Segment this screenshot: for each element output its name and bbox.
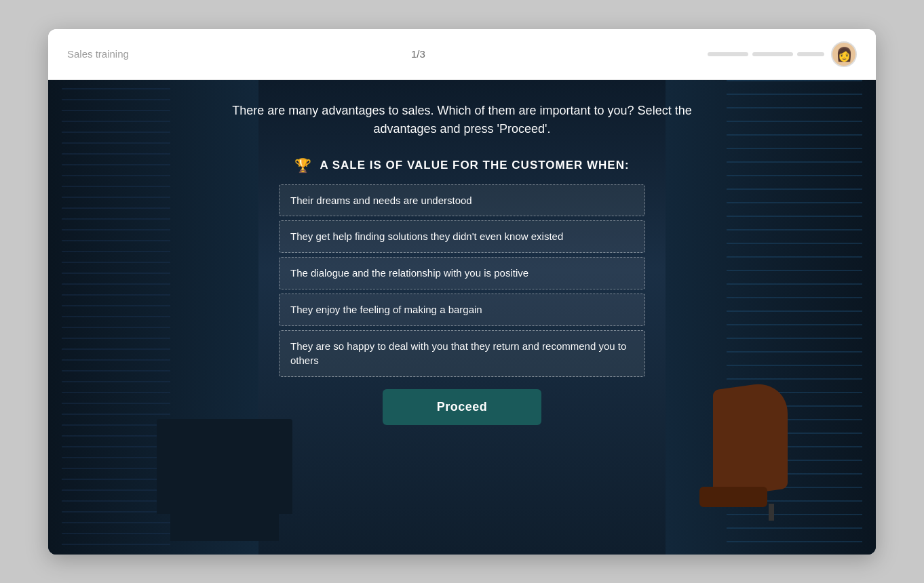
progress-seg-3 xyxy=(797,52,824,56)
trophy-icon: 🏆 xyxy=(294,157,311,174)
option-1[interactable]: Their dreams and needs are understood xyxy=(279,184,645,217)
proceed-button[interactable]: Proceed xyxy=(383,389,542,425)
header-right: 👩 xyxy=(708,41,857,67)
scene-area: There are many advantages to sales. Whic… xyxy=(48,80,876,555)
app-title: Sales training xyxy=(67,48,129,60)
options-list: Their dreams and needs are understood Th… xyxy=(279,184,645,378)
app-window: Sales training 1/3 👩 There are many adva… xyxy=(48,29,876,555)
app-header: Sales training 1/3 👩 xyxy=(48,29,876,80)
option-3[interactable]: The dialogue and the relationship with y… xyxy=(279,257,645,289)
chair-seat xyxy=(699,487,767,507)
section-title: A SALE IS OF VALUE FOR THE CUSTOMER WHEN… xyxy=(320,159,629,172)
progress-seg-2 xyxy=(752,52,793,56)
chair-leg xyxy=(769,504,774,521)
progress-bars xyxy=(708,52,824,56)
question-text: There are many advantages to sales. Whic… xyxy=(225,102,699,138)
option-2[interactable]: They get help finding solutions they did… xyxy=(279,220,645,253)
main-content: There are many advantages to sales. Whic… xyxy=(48,80,876,442)
progress-indicator: 1/3 xyxy=(411,48,425,60)
section-header: 🏆 A SALE IS OF VALUE FOR THE CUSTOMER WH… xyxy=(294,157,629,174)
progress-seg-1 xyxy=(708,52,748,56)
option-4[interactable]: They enjoy the feeling of making a barga… xyxy=(279,294,645,326)
option-5[interactable]: They are so happy to deal with you that … xyxy=(279,330,645,378)
avatar: 👩 xyxy=(831,41,857,67)
